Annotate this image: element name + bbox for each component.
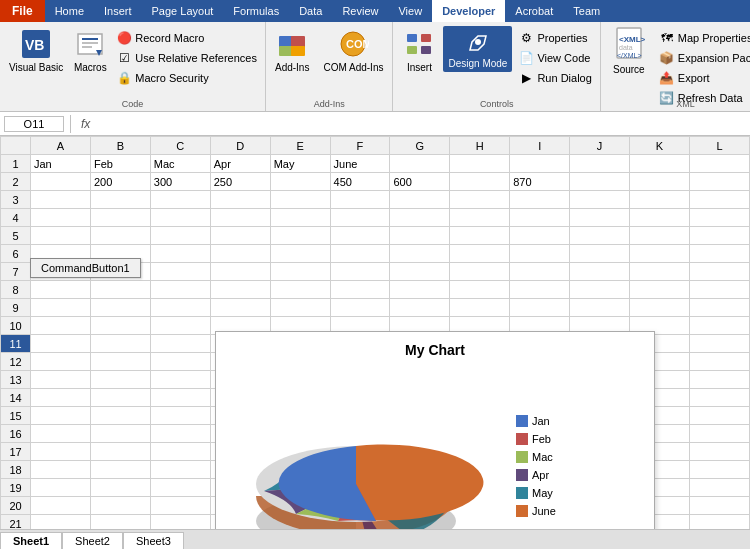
cell[interactable] — [150, 371, 210, 389]
cell[interactable] — [450, 299, 510, 317]
cell[interactable] — [210, 209, 270, 227]
cell[interactable] — [90, 209, 150, 227]
cell[interactable] — [390, 227, 450, 245]
cell[interactable] — [210, 263, 270, 281]
cell[interactable] — [150, 407, 210, 425]
insert-button[interactable]: Insert — [397, 26, 441, 76]
cell[interactable] — [90, 443, 150, 461]
cell[interactable] — [210, 299, 270, 317]
cell[interactable] — [570, 209, 630, 227]
cell[interactable]: 870 — [510, 173, 570, 191]
cell[interactable] — [689, 173, 749, 191]
cell[interactable] — [330, 299, 390, 317]
col-header-j[interactable]: J — [570, 137, 630, 155]
cell[interactable] — [330, 227, 390, 245]
cell[interactable] — [270, 245, 330, 263]
cell[interactable] — [390, 245, 450, 263]
expansion-packs-button[interactable]: 📦 Expansion Packs — [655, 48, 750, 68]
cell[interactable] — [330, 209, 390, 227]
cell[interactable] — [270, 227, 330, 245]
col-header-i[interactable]: I — [510, 137, 570, 155]
cell[interactable] — [210, 245, 270, 263]
cell[interactable] — [510, 227, 570, 245]
cell[interactable] — [630, 209, 690, 227]
cell[interactable] — [90, 191, 150, 209]
cell[interactable] — [390, 209, 450, 227]
cell[interactable] — [31, 353, 91, 371]
cell[interactable] — [31, 317, 91, 335]
cell[interactable] — [90, 479, 150, 497]
cell[interactable] — [90, 407, 150, 425]
cell[interactable] — [210, 191, 270, 209]
cell[interactable]: 450 — [330, 173, 390, 191]
cell[interactable] — [90, 299, 150, 317]
col-header-f[interactable]: F — [330, 137, 390, 155]
tab-insert[interactable]: Insert — [94, 0, 142, 22]
cell[interactable] — [31, 389, 91, 407]
col-header-d[interactable]: D — [210, 137, 270, 155]
col-header-a[interactable]: A — [31, 137, 91, 155]
cell[interactable] — [450, 155, 510, 173]
cell[interactable] — [450, 173, 510, 191]
cell[interactable] — [150, 317, 210, 335]
row-header-20[interactable]: 20 — [1, 497, 31, 515]
cell[interactable] — [630, 173, 690, 191]
cell[interactable] — [270, 191, 330, 209]
cell[interactable] — [31, 461, 91, 479]
cell[interactable] — [689, 209, 749, 227]
cell[interactable] — [570, 227, 630, 245]
cell[interactable] — [630, 245, 690, 263]
cell[interactable] — [689, 497, 749, 515]
macros-button[interactable]: Macros — [68, 26, 112, 76]
cell[interactable] — [630, 299, 690, 317]
cell[interactable] — [689, 191, 749, 209]
cell[interactable] — [689, 263, 749, 281]
cell[interactable] — [31, 443, 91, 461]
col-header-l[interactable]: L — [689, 137, 749, 155]
col-header-g[interactable]: G — [390, 137, 450, 155]
cell[interactable] — [150, 389, 210, 407]
cell-reference[interactable] — [4, 116, 64, 132]
cell[interactable] — [90, 335, 150, 353]
row-header-11[interactable]: 11 — [1, 335, 31, 353]
col-header-k[interactable]: K — [630, 137, 690, 155]
cell[interactable] — [31, 515, 91, 530]
cell[interactable] — [90, 281, 150, 299]
row-header-12[interactable]: 12 — [1, 353, 31, 371]
cell[interactable]: June — [330, 155, 390, 173]
com-add-ins-button[interactable]: COM COM Add-Ins — [318, 26, 388, 76]
cell[interactable] — [150, 425, 210, 443]
cell[interactable] — [510, 245, 570, 263]
cell[interactable] — [270, 209, 330, 227]
cell[interactable] — [31, 371, 91, 389]
tab-formulas[interactable]: Formulas — [223, 0, 289, 22]
cell[interactable] — [90, 353, 150, 371]
tab-view[interactable]: View — [388, 0, 432, 22]
cell[interactable] — [570, 173, 630, 191]
cell[interactable] — [450, 263, 510, 281]
cell[interactable] — [390, 299, 450, 317]
row-header-1[interactable]: 1 — [1, 155, 31, 173]
cell[interactable] — [90, 425, 150, 443]
cell[interactable] — [31, 479, 91, 497]
cell[interactable] — [330, 281, 390, 299]
cell[interactable] — [31, 173, 91, 191]
row-header-3[interactable]: 3 — [1, 191, 31, 209]
cell[interactable] — [450, 191, 510, 209]
cell[interactable] — [689, 515, 749, 530]
cell[interactable] — [150, 227, 210, 245]
cell[interactable] — [90, 389, 150, 407]
cell[interactable] — [510, 263, 570, 281]
sheet-tab-1[interactable]: Sheet1 — [0, 532, 62, 549]
cell[interactable] — [90, 371, 150, 389]
cell[interactable] — [90, 515, 150, 530]
cell[interactable] — [210, 281, 270, 299]
row-header-6[interactable]: 6 — [1, 245, 31, 263]
cell[interactable] — [570, 299, 630, 317]
cell[interactable] — [150, 443, 210, 461]
cell[interactable] — [510, 209, 570, 227]
record-macro-button[interactable]: 🔴 Record Macro — [112, 28, 261, 48]
cell[interactable] — [90, 461, 150, 479]
cell[interactable] — [570, 263, 630, 281]
cell[interactable] — [150, 245, 210, 263]
